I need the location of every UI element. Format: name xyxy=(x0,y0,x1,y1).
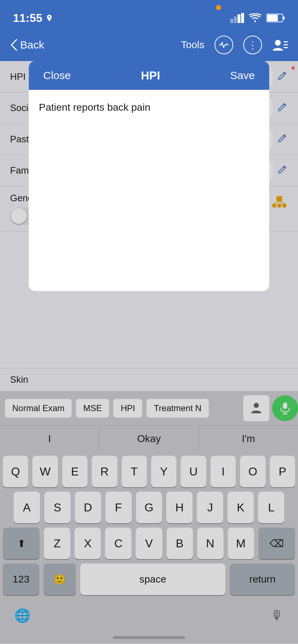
svg-point-7 xyxy=(275,40,281,46)
modal: Close HPI Save xyxy=(0,61,298,291)
svg-rect-3 xyxy=(241,13,244,23)
signal-icon xyxy=(230,13,244,23)
svg-rect-6 xyxy=(267,15,278,21)
modal-close-button[interactable]: Close xyxy=(43,69,71,82)
modal-save-button[interactable]: Save xyxy=(230,69,255,82)
svg-rect-8 xyxy=(284,41,288,42)
heartbeat-button[interactable] xyxy=(215,36,233,54)
svg-rect-0 xyxy=(230,19,233,23)
back-label: Back xyxy=(20,39,44,51)
svg-rect-1 xyxy=(234,17,237,23)
orange-dot xyxy=(216,5,221,10)
content-layer: HPI * Social Past M xyxy=(0,61,298,643)
nav-tools: Tools ⋮ xyxy=(181,36,288,54)
back-button[interactable]: Back xyxy=(10,39,44,51)
battery-icon xyxy=(266,13,285,23)
svg-rect-2 xyxy=(238,14,240,23)
status-bar: 11:55 xyxy=(0,0,298,29)
nav-bar: Back Tools ⋮ xyxy=(0,29,298,61)
tools-label[interactable]: Tools xyxy=(181,39,204,51)
svg-rect-9 xyxy=(284,44,288,45)
wifi-icon xyxy=(249,13,261,23)
modal-header: Close HPI Save xyxy=(29,61,269,90)
more-options-button[interactable]: ⋮ xyxy=(243,36,262,54)
svg-rect-5 xyxy=(283,17,285,19)
modal-body xyxy=(29,90,269,291)
modal-title: HPI xyxy=(141,69,160,82)
status-icons xyxy=(230,13,285,23)
svg-rect-10 xyxy=(284,47,288,48)
person-list-button[interactable] xyxy=(272,38,288,51)
location-icon xyxy=(45,14,53,22)
time-display: 11:55 xyxy=(13,12,42,25)
status-time: 11:55 xyxy=(13,12,53,25)
hpi-textarea[interactable] xyxy=(39,100,259,280)
